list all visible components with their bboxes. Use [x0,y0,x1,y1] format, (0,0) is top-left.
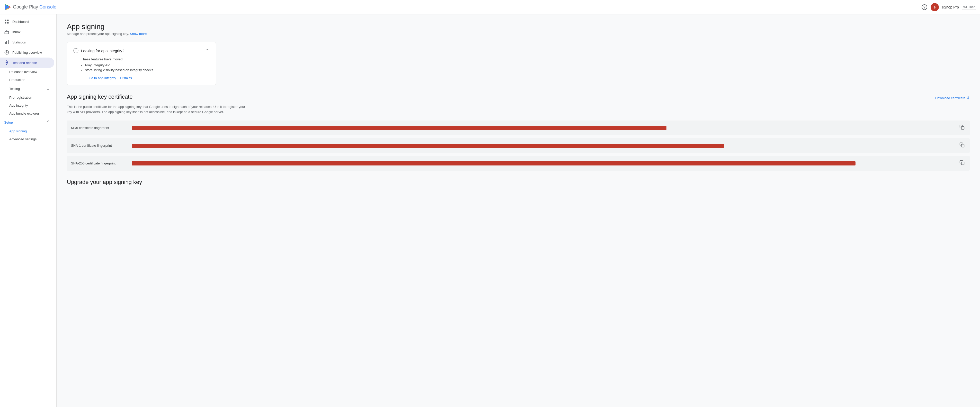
sidebar-item-app-bundle-explorer[interactable]: App bundle explorer [2,109,54,117]
info-card-collapse-button[interactable]: ⌃ [205,48,210,54]
svg-point-16 [6,62,7,63]
avatar[interactable]: e [931,3,939,11]
cert-section-desc: This is the public certificate for the a… [67,105,247,114]
svg-text:?: ? [923,5,926,9]
sidebar-item-app-integrity[interactable]: App integrity [2,101,54,109]
cert-section-header: App signing key certificate Download cer… [67,93,970,102]
sidebar-item-advanced-settings[interactable]: Advanced settings [2,135,54,143]
info-card-bullet-list: Play Integrity API store listing visibil… [81,63,210,72]
cert-section: App signing key certificate Download cer… [67,93,970,171]
copy-icon-sha1 [959,143,964,147]
topbar-left: Google Play Console [4,3,56,11]
sidebar-label-statistics: Statistics [12,40,26,44]
sidebar-item-dashboard[interactable]: Dashboard [0,16,54,27]
copy-icon-sha256 [959,160,964,165]
sidebar-label-setup: Setup [4,120,13,124]
sidebar-label-publishing-overview: Publishing overview [12,51,42,54]
download-certificate-link[interactable]: Download certificate ⇓ [935,96,970,100]
svg-rect-6 [5,20,6,21]
info-card-body-text: These features have moved: [81,57,210,61]
page-title: App signing [67,23,970,31]
sidebar-label-inbox: Inbox [12,30,21,34]
sidebar-item-releases-overview[interactable]: Releases overview [2,68,54,76]
sidebar-item-testing[interactable]: Testing ⌄ [2,84,54,93]
sidebar-item-publishing-overview[interactable]: Publishing overview [0,47,54,57]
sha256-cert-row: SHA-256 certificate fingerprint [67,156,970,171]
testing-chevron-icon: ⌄ [46,86,50,92]
go-to-app-integrity-link[interactable]: Go to app integrity [89,76,116,80]
copy-icon [959,125,964,130]
svg-rect-12 [6,41,7,44]
bullet-item-2: store listing visibility based on integr… [85,68,210,72]
svg-rect-7 [7,20,9,21]
test-release-subitems: Releases overview Production Testing ⌄ P… [0,68,56,117]
info-circle-icon: ⓘ [73,47,78,54]
svg-rect-8 [5,22,6,24]
sidebar-item-production[interactable]: Production [2,76,54,84]
md5-cert-bar-container [132,125,954,130]
sha256-cert-bar [132,162,856,165]
download-icon: ⇓ [966,96,970,100]
sha256-cert-label: SHA-256 certificate fingerprint [71,162,127,165]
sidebar-label-test-and-release: Test and release [12,61,37,65]
console-text: Console [39,4,56,10]
sha1-cert-bar [132,144,724,148]
info-card-body: These features have moved: Play Integrit… [81,57,210,80]
md5-cert-row: MD5 certificate fingerprint [67,120,970,135]
upgrade-section-title: Upgrade your app signing key [67,179,970,185]
info-card-title: Looking for app integrity? [81,49,124,53]
sidebar-label-dashboard: Dashboard [12,20,29,24]
setup-chevron-icon: ⌃ [46,119,50,125]
svg-rect-17 [961,127,964,130]
info-card-actions: Go to app integrity Dismiss [89,76,210,80]
sidebar-item-setup[interactable]: Setup ⌃ [0,117,54,127]
grid-icon [4,19,9,24]
page-subtitle: Manage and protect your app signing key.… [67,32,970,36]
google-play-text: Google Play Console [13,4,56,10]
svg-rect-13 [8,40,8,44]
sidebar-item-statistics[interactable]: Statistics [0,37,54,47]
bar-chart-icon [4,40,9,45]
sha256-cert-bar-container [132,161,954,166]
svg-rect-18 [961,144,964,147]
md5-cert-label: MD5 certificate fingerprint [71,126,127,130]
md5-cert-bar [132,126,667,130]
dismiss-button[interactable]: Dismiss [120,76,132,80]
sidebar-item-inbox[interactable]: Inbox [0,27,54,37]
svg-rect-11 [5,42,6,44]
md5-copy-button[interactable] [958,124,966,132]
cert-section-title: App signing key certificate [67,93,133,100]
user-name: eShop Pro [942,5,959,9]
setup-subitems: App signing Advanced settings [0,127,56,143]
sha256-copy-button[interactable] [958,159,966,168]
svg-rect-9 [7,22,9,24]
google-play-logo[interactable]: Google Play Console [4,3,56,11]
sidebar-item-test-and-release[interactable]: Test and release [0,57,54,68]
svg-rect-10 [5,32,9,34]
bullet-item-1: Play Integrity API [85,63,210,67]
topbar-right: ? e eShop Pro WETher [921,3,976,11]
sha1-cert-label: SHA-1 certificate fingerprint [71,144,127,147]
info-card: ⓘ Looking for app integrity? ⌃ These fea… [67,42,216,85]
sha1-copy-button[interactable] [958,141,966,150]
partner-badge: WETher [962,5,976,10]
publish-icon [4,50,9,55]
sidebar-item-pre-registration[interactable]: Pre-registration [2,93,54,101]
rocket-icon [4,60,9,65]
google-play-icon [4,3,11,11]
sidebar: Dashboard Inbox Statistics Publishing ov… [0,14,57,407]
sha1-cert-row: SHA-1 certificate fingerprint [67,138,970,153]
sidebar-item-app-signing[interactable]: App signing [2,127,54,135]
help-icon[interactable]: ? [921,4,928,10]
main-content: App signing Manage and protect your app … [57,14,980,407]
svg-rect-19 [961,162,964,165]
show-more-link[interactable]: Show more [130,32,147,36]
inbox-icon [4,29,9,35]
info-card-header: ⓘ Looking for app integrity? ⌃ [73,47,210,54]
sha1-cert-bar-container [132,143,954,148]
topbar: Google Play Console ? e eShop Pro WETher [0,0,980,14]
